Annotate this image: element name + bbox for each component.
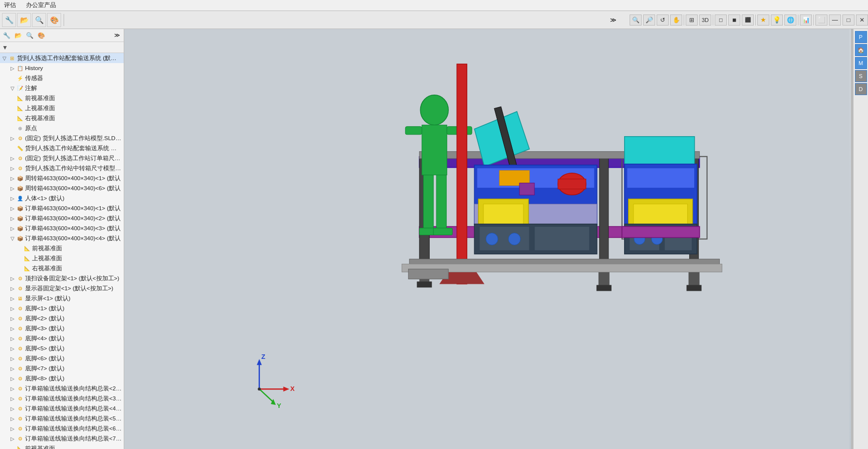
obox2-expand[interactable]: ▷ bbox=[9, 215, 16, 222]
box1-expand[interactable]: ▷ bbox=[9, 175, 16, 182]
menu-item-evaluate[interactable]: 评估 bbox=[2, 1, 18, 10]
tree-foot-7[interactable]: ▷ ⚙ 底脚<7> (默认) bbox=[0, 363, 124, 373]
tree-conv-7[interactable]: ▷ ⚙ 订单箱输送线输送换向结构总装<7> (默 bbox=[0, 433, 124, 443]
human-expand[interactable]: ▷ bbox=[9, 195, 16, 202]
view-mode-btn1[interactable]: ◻ bbox=[715, 15, 727, 26]
toolbar-folder-button[interactable]: 📂 bbox=[17, 13, 31, 27]
toolbar-icon-button[interactable]: 🔧 bbox=[2, 13, 16, 27]
asm3-expand[interactable]: ▷ bbox=[9, 165, 16, 172]
foot8-expand[interactable]: ▷ bbox=[9, 375, 16, 382]
zoom-out-button[interactable]: 🔎 bbox=[643, 15, 655, 26]
tree-top-plane[interactable]: 📐 上视基准面 bbox=[0, 103, 124, 113]
tree-foot-1[interactable]: ▷ ⚙ 底脚<1> (默认) bbox=[0, 303, 124, 313]
conv7-expand[interactable]: ▷ bbox=[9, 435, 16, 442]
right-btn-5[interactable]: D bbox=[855, 83, 867, 95]
asm1-expand[interactable]: ▷ bbox=[9, 135, 16, 142]
tree-order-box-2[interactable]: ▷ 📦 订单箱4633(600×400×340)<2> (默认 bbox=[0, 213, 124, 223]
obox3-expand[interactable]: ▷ bbox=[9, 225, 16, 232]
display-btn[interactable]: 📊 bbox=[800, 15, 812, 26]
tree-asm-3[interactable]: ▷ ⚙ 货到人拣选工作站中转箱尺寸模型<1> bbox=[0, 163, 124, 173]
zoom-in-button[interactable]: 🔍 bbox=[630, 15, 642, 26]
conv5-expand[interactable]: ▷ bbox=[9, 415, 16, 422]
scene-btn[interactable]: 🌐 bbox=[784, 15, 796, 26]
right-btn-3[interactable]: M bbox=[855, 57, 867, 69]
window-close-btn[interactable]: ✕ bbox=[856, 15, 868, 26]
tree-asm-1[interactable]: ▷ ⚙ (固定) 货到人拣选工作站模型.SLDPRT<1> bbox=[0, 133, 124, 143]
foot2-expand[interactable]: ▷ bbox=[9, 315, 16, 322]
vertical-resize-handle[interactable] bbox=[851, 29, 853, 449]
rotate-button[interactable]: ↺ bbox=[657, 15, 669, 26]
foot6-expand[interactable]: ▷ bbox=[9, 355, 16, 362]
obox1-expand[interactable]: ▷ bbox=[9, 205, 16, 212]
menu-item-office[interactable]: 办公室产品 bbox=[24, 1, 58, 10]
foot1-expand[interactable]: ▷ bbox=[9, 305, 16, 312]
tree-monitor-bracket[interactable]: ▷ ⚙ 显示器固定架<1> (默认<按加工>) bbox=[0, 283, 124, 293]
tree-conv-6[interactable]: ▷ ⚙ 订单箱输送线输送换向结构总装<6> (默 bbox=[0, 423, 124, 433]
right-btn-4[interactable]: S bbox=[855, 70, 867, 82]
tree-btn-3[interactable]: 🔍 bbox=[24, 30, 35, 41]
materials-btn[interactable]: ★ bbox=[757, 15, 769, 26]
pan-button[interactable]: ✋ bbox=[670, 15, 682, 26]
tree-conv-5[interactable]: ▷ ⚙ 订单箱输送线输送换向结构总装<5> (默 bbox=[0, 413, 124, 423]
root-expand-icon[interactable]: ▽ bbox=[1, 55, 8, 62]
window-min-btn[interactable]: — bbox=[829, 15, 841, 26]
conv6-expand[interactable]: ▷ bbox=[9, 425, 16, 432]
right-btn-1[interactable]: P bbox=[855, 31, 867, 43]
view-mode-btn2[interactable]: ◼ bbox=[728, 15, 740, 26]
tree-right-plane[interactable]: 📐 右视基准面 bbox=[0, 113, 124, 123]
tree-btn-4[interactable]: 🎨 bbox=[36, 30, 47, 41]
tree-conv-4[interactable]: ▷ ⚙ 订单箱输送线输送换向结构总装<4> (默 bbox=[0, 403, 124, 413]
monitor-expand[interactable]: ▷ bbox=[9, 295, 16, 302]
tree-btn-1[interactable]: 🔧 bbox=[1, 30, 12, 41]
tree-foot-4[interactable]: ▷ ⚙ 底脚<4> (默认) bbox=[0, 333, 124, 343]
tree-monitor[interactable]: ▷ 🖥 显示屏<1> (默认) bbox=[0, 293, 124, 303]
tree-sub-front-plane[interactable]: 📐 前视基准面 bbox=[0, 443, 124, 449]
mbracket-expand[interactable]: ▷ bbox=[9, 285, 16, 292]
tree-order-box-1[interactable]: ▷ 📦 订单箱4633(600×400×340)<1> (默认 bbox=[0, 203, 124, 213]
conv4-expand[interactable]: ▷ bbox=[9, 405, 16, 412]
tree-notes-item[interactable]: ▽ 📝 注解 bbox=[0, 83, 124, 93]
tree-obox4-right[interactable]: 📐 右视基准面 bbox=[0, 263, 124, 273]
tree-history-item[interactable]: ▷ 📋 History bbox=[0, 63, 124, 73]
asm2-expand[interactable]: ▷ bbox=[9, 155, 16, 162]
toolbar-search-button[interactable]: 🔍 bbox=[32, 13, 46, 27]
obox4-expand[interactable]: ▽ bbox=[9, 235, 16, 242]
notes-expand[interactable]: ▽ bbox=[9, 85, 16, 92]
tree-foot-6[interactable]: ▷ ⚙ 底脚<6> (默认) bbox=[0, 353, 124, 363]
light-btn[interactable]: 💡 bbox=[771, 15, 783, 26]
history-expand-icon[interactable]: ▷ bbox=[9, 65, 16, 72]
foot5-expand[interactable]: ▷ bbox=[9, 345, 16, 352]
tree-conv-3[interactable]: ▷ ⚙ 订单箱输送线输送换向结构总装<3> (默 bbox=[0, 393, 124, 403]
tree-order-box-4[interactable]: ▽ 📦 订单箱4633(600×400×340)<4> (默认 bbox=[0, 233, 124, 243]
tree-asm-2[interactable]: ▷ ⚙ (固定) 货到人拣选工作站订单箱尺寸模 bbox=[0, 153, 124, 163]
tree-foot-3[interactable]: ▷ ⚙ 底脚<3> (默认) bbox=[0, 323, 124, 333]
3d-viewport[interactable]: Z X Y P 🏠 M S D bbox=[124, 29, 868, 449]
toolbar-expand-button[interactable]: ≫ bbox=[608, 15, 619, 26]
tree-front-plane[interactable]: 📐 前视基准面 bbox=[0, 93, 124, 103]
tree-top-scanner[interactable]: ▷ ⚙ 顶扫设备固定架<1> (默认<按加工>) bbox=[0, 273, 124, 283]
tree-btn-2[interactable]: 📂 bbox=[13, 30, 24, 41]
tree-foot-5[interactable]: ▷ ⚙ 底脚<5> (默认) bbox=[0, 343, 124, 353]
foot4-expand[interactable]: ▷ bbox=[9, 335, 16, 342]
conv2-expand[interactable]: ▷ bbox=[9, 385, 16, 392]
foot3-expand[interactable]: ▷ bbox=[9, 325, 16, 332]
conv3-expand[interactable]: ▷ bbox=[9, 395, 16, 402]
window-restore-btn[interactable]: ⬜ bbox=[815, 15, 827, 26]
right-btn-2[interactable]: 🏠 bbox=[855, 44, 867, 56]
tree-root-item[interactable]: ▽ ⊞ 货到人拣选工作站配套输送系统 (默认<默认) bbox=[0, 53, 124, 63]
box2-expand[interactable]: ▷ bbox=[9, 185, 16, 192]
tree-sensor-item[interactable]: ⚡ 传感器 bbox=[0, 73, 124, 83]
tree-conv-2[interactable]: ▷ ⚙ 订单箱输送线输送换向结构总装<2> (默 bbox=[0, 383, 124, 393]
tree-box-2[interactable]: ▷ 📦 周转箱4633(600×400×340)<6> (默认 bbox=[0, 183, 124, 193]
tree-expand-btn[interactable]: ≫ bbox=[112, 30, 123, 41]
scanner-expand[interactable]: ▷ bbox=[9, 275, 16, 282]
tree-obox4-front[interactable]: 📐 前视基准面 bbox=[0, 243, 124, 253]
foot7-expand[interactable]: ▷ bbox=[9, 365, 16, 372]
tree-order-box-3[interactable]: ▷ 📦 订单箱4633(600×400×340)<3> (默认 bbox=[0, 223, 124, 233]
tree-obox4-top[interactable]: 📐 上视基准面 bbox=[0, 253, 124, 263]
toolbar-color-button[interactable]: 🎨 bbox=[47, 13, 61, 27]
tree-box-1[interactable]: ▷ 📦 周转箱4633(600×400×340)<1> (默认 bbox=[0, 173, 124, 183]
tree-origin[interactable]: ⊕ 原点 bbox=[0, 123, 124, 133]
window-max-btn[interactable]: □ bbox=[842, 15, 854, 26]
sensor-expand[interactable] bbox=[9, 75, 16, 82]
